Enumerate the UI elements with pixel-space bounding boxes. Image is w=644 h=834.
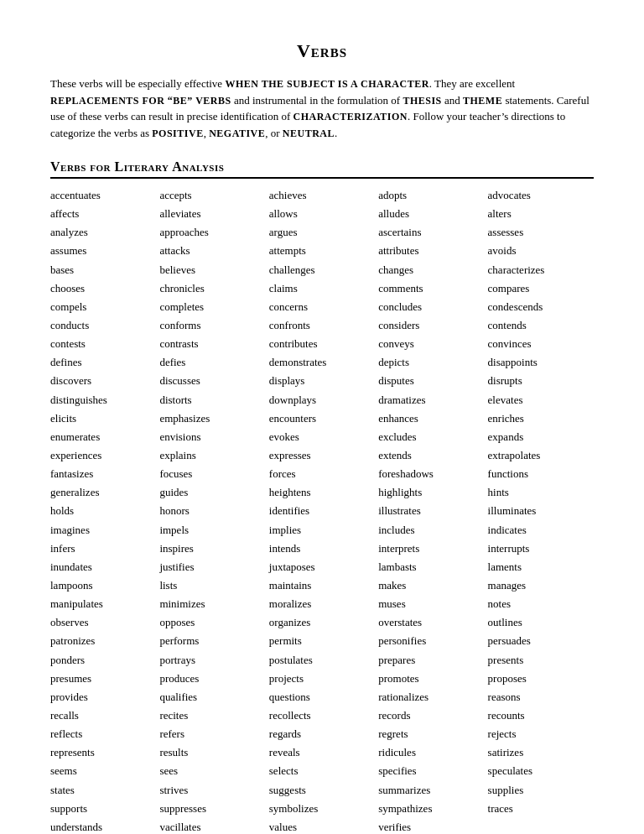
word-item: organizes [269, 614, 375, 631]
word-item: evokes [269, 429, 375, 446]
word-item: discovers [50, 373, 156, 389]
word-item: specifies [378, 763, 484, 779]
word-item: maintains [269, 577, 375, 594]
word-item: generalizes [50, 484, 156, 501]
word-item: portrays [159, 652, 265, 669]
word-item: vacillates [159, 819, 265, 834]
word-item: illustrates [378, 503, 484, 519]
word-item: recounts [488, 707, 594, 724]
word-item: envisions [159, 429, 265, 446]
word-item: juxtaposes [269, 559, 375, 576]
intro-bold4: theme [463, 95, 502, 107]
word-item: persuades [488, 633, 594, 649]
word-item: symbolizes [269, 800, 375, 817]
intro-bold7: negative [209, 128, 265, 139]
word-item: discusses [159, 373, 265, 389]
word-item: disrupts [488, 373, 594, 389]
word-item: suppresses [159, 800, 265, 817]
word-item: strives [159, 782, 265, 799]
word-item: interrupts [488, 540, 594, 557]
word-item: believes [159, 262, 265, 279]
intro-text4: and [442, 94, 463, 107]
word-item: distorts [159, 392, 265, 409]
intro-bold5: characterization [293, 111, 408, 122]
word-item: muses [378, 596, 484, 612]
word-item: guides [159, 484, 265, 501]
word-item: disappoints [488, 354, 594, 371]
word-item: fantasizes [50, 466, 156, 482]
word-item: alludes [378, 206, 484, 222]
word-item: imagines [50, 522, 156, 539]
word-item: condescends [488, 299, 594, 315]
word-item: concerns [269, 299, 375, 315]
word-item: rationalizes [378, 689, 484, 706]
word-item: alleviates [159, 206, 265, 222]
word-item: interprets [378, 540, 484, 557]
word-item: records [378, 707, 484, 724]
word-item: summarizes [378, 782, 484, 799]
word-item: explains [159, 447, 265, 464]
word-item: justifies [159, 559, 265, 576]
word-item: functions [488, 466, 594, 482]
word-item: highlights [378, 484, 484, 501]
intro-bold3: thesis [402, 95, 441, 107]
intro-bold6: positive [152, 128, 203, 139]
word-item: holds [50, 503, 156, 519]
word-item: laments [488, 559, 594, 576]
intro-paragraph: These verbs will be especially effective… [50, 76, 594, 141]
word-item: infers [50, 540, 156, 557]
word-item: sympathizes [378, 800, 484, 817]
word-item: honors [159, 503, 265, 519]
word-item: outlines [488, 614, 594, 631]
word-item: assumes [50, 242, 156, 259]
word-item: overstates [378, 614, 484, 631]
word-item: rejects [488, 726, 594, 743]
word-item: states [50, 782, 156, 799]
word-item: satirizes [488, 744, 594, 761]
word-item: contributes [269, 336, 375, 352]
word-item: concludes [378, 299, 484, 315]
word-item: postulates [269, 652, 375, 669]
word-item: conducts [50, 317, 156, 334]
word-item: conveys [378, 336, 484, 352]
word-item: dramatizes [378, 392, 484, 409]
word-item: chooses [50, 280, 156, 297]
word-item: includes [378, 522, 484, 539]
word-item: patronizes [50, 633, 156, 649]
word-item: ponders [50, 652, 156, 669]
word-item: bases [50, 262, 156, 279]
word-item: supports [50, 800, 156, 817]
word-item: values [269, 819, 375, 834]
word-item: downplays [269, 392, 375, 409]
word-item: demonstrates [269, 354, 375, 371]
word-item: depicts [378, 354, 484, 371]
word-item: regrets [378, 726, 484, 743]
word-item: questions [269, 689, 375, 706]
word-item: defies [159, 354, 265, 371]
word-item: sees [159, 763, 265, 779]
word-item: impels [159, 522, 265, 539]
page-title: Verbs [50, 40, 594, 62]
section1-word-grid: accentuatesacceptsachievesadoptsadvocate… [50, 187, 594, 834]
word-item: approaches [159, 224, 265, 241]
word-item: changes [378, 262, 484, 279]
word-item: assesses [488, 224, 594, 241]
word-item: elevates [488, 392, 594, 409]
word-item: contrasts [159, 336, 265, 352]
word-item: extends [378, 447, 484, 464]
word-item: intends [269, 540, 375, 557]
word-item: speculates [488, 763, 594, 779]
word-item: manages [488, 577, 594, 594]
word-item: chronicles [159, 280, 265, 297]
word-item: foreshadows [378, 466, 484, 482]
word-item: lists [159, 577, 265, 594]
word-item: reasons [488, 689, 594, 706]
word-item: achieves [269, 187, 375, 204]
word-item: projects [269, 670, 375, 687]
word-item: attributes [378, 242, 484, 259]
word-item: minimizes [159, 596, 265, 612]
word-item: selects [269, 763, 375, 779]
word-item: presumes [50, 670, 156, 687]
word-item: accepts [159, 187, 265, 204]
word-item: attempts [269, 242, 375, 259]
